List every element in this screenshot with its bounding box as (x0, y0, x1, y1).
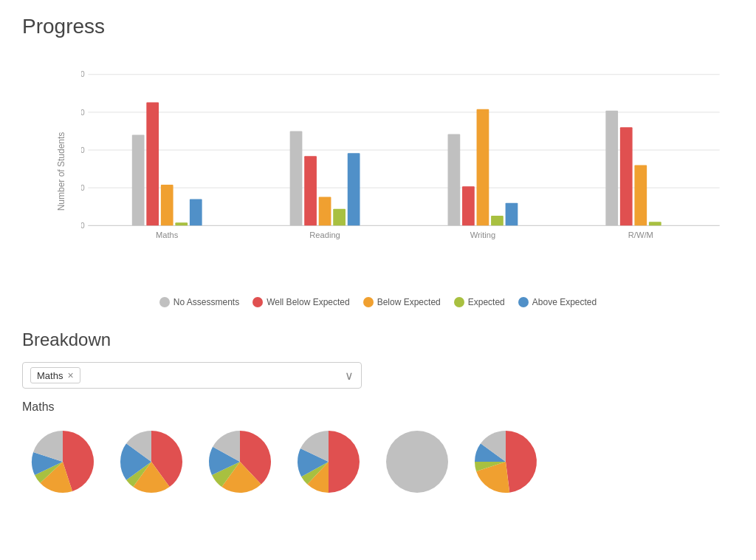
pie-chart-1 (118, 428, 185, 495)
filter-tag[interactable]: Maths × (30, 367, 80, 383)
svg-rect-26 (491, 216, 504, 225)
svg-rect-12 (146, 103, 159, 226)
svg-text:200: 200 (81, 70, 85, 78)
legend-label: Expected (468, 297, 505, 307)
legend-item: Below Expected (363, 297, 441, 307)
legend-label: Below Expected (377, 297, 441, 307)
svg-rect-11 (132, 135, 145, 226)
maths-subtitle: Maths (22, 400, 734, 414)
svg-rect-15 (190, 199, 202, 226)
svg-rect-20 (333, 209, 346, 226)
bar-chart: Number of Students 050100150200MathsRead… (22, 53, 734, 290)
legend-label: Above Expected (532, 297, 597, 307)
svg-rect-18 (304, 156, 317, 225)
legend-label: Well Below Expected (267, 297, 350, 307)
svg-rect-23 (448, 134, 461, 226)
pie-chart-2 (207, 428, 273, 495)
svg-text:100: 100 (81, 146, 85, 154)
svg-rect-32 (649, 222, 662, 225)
legend-color-dot (159, 297, 170, 307)
svg-rect-30 (620, 127, 633, 225)
svg-text:0: 0 (81, 222, 85, 230)
legend-color-dot (363, 297, 374, 307)
pie-chart-3 (295, 428, 362, 495)
legend-item: Expected (454, 297, 505, 307)
svg-text:150: 150 (81, 109, 85, 117)
svg-text:Reading: Reading (309, 231, 340, 239)
svg-text:Maths: Maths (156, 231, 179, 239)
pie-chart-5 (472, 428, 539, 495)
chart-area: 050100150200MathsReadingWritingR/W/M (59, 53, 726, 275)
svg-rect-24 (462, 186, 475, 225)
svg-rect-27 (506, 203, 518, 226)
pie-chart-item (472, 428, 539, 495)
breakdown-section: Breakdown Maths × ∨ Maths (22, 329, 734, 495)
svg-rect-14 (175, 222, 188, 225)
breakdown-title: Breakdown (22, 329, 734, 350)
legend-item: Well Below Expected (252, 297, 350, 307)
svg-rect-13 (161, 185, 173, 225)
legend-item: Above Expected (518, 297, 597, 307)
svg-rect-29 (605, 111, 618, 225)
chart-legend: No AssessmentsWell Below ExpectedBelow E… (22, 297, 734, 307)
legend-item: No Assessments (159, 297, 239, 307)
svg-rect-17 (290, 131, 303, 225)
legend-color-dot (518, 297, 529, 307)
chart-svg: 050100150200MathsReadingWritingR/W/M (81, 53, 726, 267)
page-title: Progress (22, 15, 734, 38)
filter-tag-close[interactable]: × (67, 369, 73, 381)
pie-chart-item (295, 428, 362, 495)
filter-bar[interactable]: Maths × ∨ (22, 362, 362, 389)
svg-text:Writing: Writing (470, 231, 495, 239)
pie-chart-item (384, 428, 450, 495)
svg-rect-25 (477, 109, 489, 226)
svg-point-34 (386, 431, 448, 493)
svg-rect-21 (348, 153, 360, 225)
pie-chart-0 (30, 428, 96, 495)
pie-chart-item (118, 428, 185, 495)
svg-rect-31 (634, 165, 647, 226)
legend-color-dot (252, 297, 263, 307)
svg-text:50: 50 (81, 184, 85, 192)
pie-chart-item (30, 428, 96, 495)
svg-text:R/W/M: R/W/M (628, 231, 653, 239)
filter-chevron-icon[interactable]: ∨ (345, 369, 354, 383)
legend-color-dot (454, 297, 464, 307)
pie-chart-4 (384, 428, 450, 495)
pie-charts-row (22, 428, 734, 495)
filter-tag-label: Maths (37, 370, 63, 381)
pie-chart-item (207, 428, 273, 495)
svg-rect-19 (319, 197, 331, 225)
legend-label: No Assessments (173, 297, 239, 307)
